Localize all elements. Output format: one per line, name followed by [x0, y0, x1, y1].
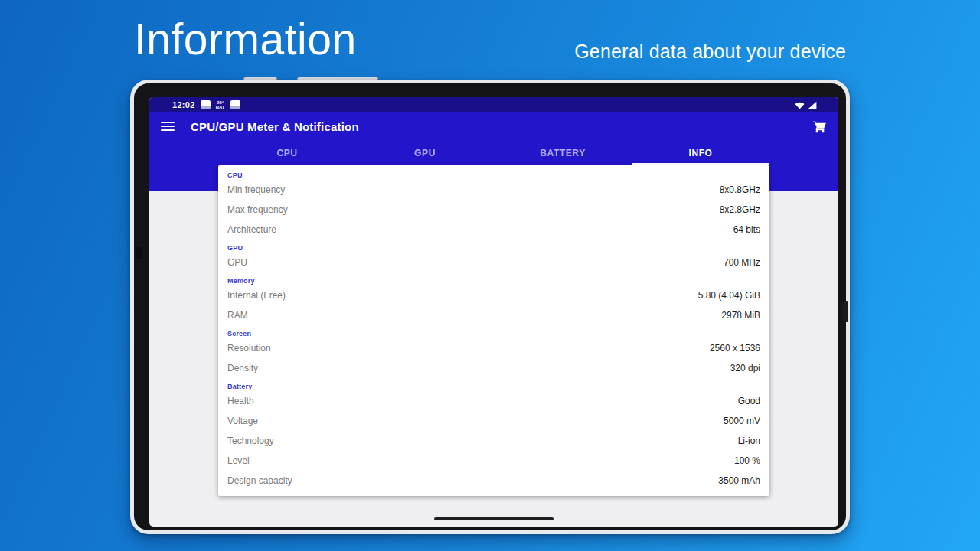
tab-cpu[interactable]: CPU — [218, 140, 356, 165]
info-label: GPU — [227, 257, 247, 268]
tab-gpu[interactable]: GPU — [356, 140, 494, 165]
page-title: Information — [134, 15, 357, 64]
page-subtitle: General data about your device — [574, 41, 846, 63]
tab-info[interactable]: INFO — [632, 140, 769, 165]
info-row: Level100 % — [227, 451, 760, 471]
tab-bar: CPUGPUBATTERYINFO — [149, 140, 838, 165]
info-label: Technology — [227, 435, 274, 446]
front-camera — [136, 247, 142, 259]
info-value: Good — [738, 396, 760, 406]
info-value: 8x0.8GHz — [720, 184, 760, 195]
info-value: 5000 mV — [724, 416, 760, 426]
info-value: 64 bits — [733, 224, 760, 235]
info-section: BatteryHealthGoodVoltage5000 mVTechnolog… — [227, 383, 760, 491]
info-row: Max frequency8x2.8GHz — [227, 200, 760, 220]
info-label: RAM — [227, 310, 248, 321]
info-row: Architecture64 bits — [227, 220, 760, 240]
side-camera-bump — [843, 301, 848, 322]
info-row: Density320 dpi — [227, 358, 760, 378]
wifi-icon — [795, 101, 805, 109]
info-value: 700 MHz — [724, 257, 760, 268]
section-header: GPU — [227, 244, 760, 252]
info-value: 3500 mAh — [718, 475, 760, 486]
tablet-bezel: 12:02 25° BAT CPU — [134, 83, 846, 530]
app-bar-title: CPU/GPU Meter & Notification — [191, 120, 359, 133]
info-row: TechnologyLi-ion — [227, 431, 760, 451]
info-section: GPUGPU700 MHz — [227, 244, 760, 272]
info-label: Level — [227, 455, 250, 466]
info-section: MemoryInternal (Free)5.80 (4.04) GiBRAM2… — [227, 277, 760, 325]
section-header: Screen — [227, 330, 760, 337]
info-row: Voltage5000 mV — [227, 411, 760, 431]
info-label: Density — [227, 363, 258, 373]
info-value: 320 dpi — [730, 363, 760, 373]
info-label: Min frequency — [227, 184, 285, 195]
battery-temp-notification-icon: 25° BAT — [216, 100, 225, 109]
info-card: CPUMin frequency8x0.8GHzMax frequency8x2… — [218, 165, 769, 496]
tablet-mockup: 12:02 25° BAT CPU — [130, 80, 850, 534]
section-header: CPU — [227, 171, 760, 179]
section-header: Memory — [227, 277, 760, 285]
app-bar: CPU/GPU Meter & Notification — [149, 112, 838, 140]
info-row: HealthGood — [227, 391, 760, 411]
info-value: Li-ion — [738, 435, 760, 446]
menu-icon[interactable] — [161, 122, 175, 131]
tablet-screen: 12:02 25° BAT CPU — [149, 97, 838, 527]
gpu-notification-icon — [230, 100, 240, 109]
info-label: Max frequency — [227, 204, 288, 215]
tab-battery[interactable]: BATTERY — [494, 140, 632, 165]
info-label: Voltage — [227, 416, 258, 426]
signal-icon — [808, 101, 817, 109]
info-row: Design capacity3500 mAh — [227, 471, 760, 491]
info-row: Internal (Free)5.80 (4.04) GiB — [227, 285, 760, 305]
info-label: Design capacity — [227, 475, 292, 486]
section-header: Battery — [227, 383, 760, 390]
info-value: 2978 MiB — [721, 310, 760, 321]
home-indicator[interactable] — [434, 517, 554, 520]
info-row: Min frequency8x0.8GHz — [227, 180, 760, 200]
info-value: 100 % — [734, 455, 760, 466]
clock: 12:02 — [172, 100, 195, 109]
info-row: Resolution2560 x 1536 — [227, 338, 760, 358]
info-row: RAM2978 MiB — [227, 305, 760, 325]
cpu-notification-icon — [201, 100, 211, 109]
info-label: Internal (Free) — [227, 290, 286, 301]
info-label: Architecture — [227, 224, 276, 235]
shopping-cart-icon[interactable] — [812, 119, 828, 134]
info-label: Health — [227, 396, 254, 406]
info-section: CPUMin frequency8x0.8GHzMax frequency8x2… — [227, 171, 760, 240]
info-value: 2560 x 1536 — [710, 343, 760, 354]
info-value: 8x2.8GHz — [720, 204, 760, 215]
info-label: Resolution — [227, 343, 271, 354]
info-value: 5.80 (4.04) GiB — [698, 290, 760, 301]
info-section: ScreenResolution2560 x 1536Density320 dp… — [227, 330, 760, 378]
status-bar: 12:02 25° BAT — [149, 97, 838, 112]
info-row: GPU700 MHz — [227, 253, 760, 272]
